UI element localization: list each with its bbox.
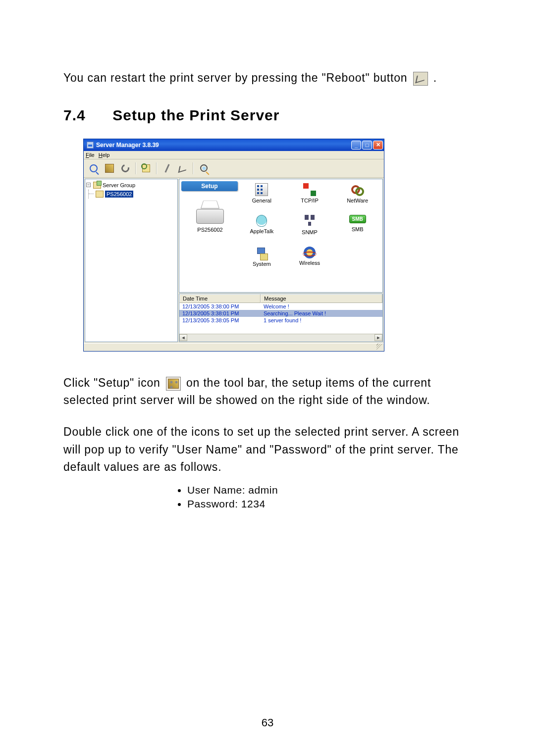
titlebar: Server Manager 3.8.39 _ □ ✕: [84, 139, 384, 151]
setup-icon: [105, 164, 114, 173]
tree-pane: − Server Group PS256002: [85, 179, 178, 342]
setup-item-appletalk[interactable]: AppleTalk: [239, 215, 285, 245]
log-row[interactable]: 12/13/2005 3:38:00 PM Welcome !: [179, 303, 382, 310]
tcpip-icon: [303, 183, 316, 196]
toolbar-separator: [193, 162, 194, 174]
label: TCP/IP: [301, 198, 318, 203]
printserver-icon: [96, 191, 104, 198]
setup-item-smb[interactable]: SMB SMB: [334, 215, 380, 245]
setup-item-general[interactable]: General: [239, 183, 285, 213]
server-group-icon: [93, 182, 101, 189]
page-number: 63: [0, 716, 535, 729]
setup-item-system[interactable]: System: [239, 247, 285, 276]
search-icon: [90, 164, 98, 172]
toolbar-search-button[interactable]: [87, 161, 101, 175]
smb-badge-icon: SMB: [349, 215, 366, 223]
magnifier-icon: [200, 164, 208, 172]
minimize-button[interactable]: _: [351, 141, 361, 150]
label: General: [252, 198, 271, 203]
printer-icon: [193, 198, 227, 224]
cell: Searching... Please Wait !: [261, 310, 382, 317]
device-label: PS256002: [181, 227, 239, 233]
cell: 12/13/2005 3:38:01 PM: [179, 310, 261, 317]
defaults-list: User Name: admin Password: 1234: [63, 484, 472, 510]
wand-icon: [164, 164, 169, 173]
section-title: Setup the Print Server: [112, 107, 279, 123]
log-pane: Date Time Message 12/13/2005 3:38:00 PM …: [179, 294, 383, 342]
setup-item-tcpip[interactable]: TCP/IP: [287, 183, 333, 213]
system-icon: [255, 247, 268, 259]
toolbar-reboot-button[interactable]: [176, 161, 190, 175]
scroll-right-button[interactable]: ►: [374, 334, 382, 341]
tree-item-row[interactable]: PS256002: [86, 190, 176, 199]
label: Wireless: [299, 260, 320, 266]
menubar: File Help: [84, 151, 384, 159]
log-row[interactable]: 12/13/2005 3:38:01 PM Searching... Pleas…: [179, 310, 382, 317]
setup-banner: Setup: [181, 181, 238, 191]
maximize-button[interactable]: □: [362, 141, 372, 150]
reboot-icon: [178, 164, 188, 173]
statusbar: [84, 343, 384, 351]
paragraph-doubleclick: Double click one of the icons to set up …: [63, 423, 472, 476]
toolbar-wizard-button[interactable]: [160, 161, 174, 175]
app-icon: [87, 142, 94, 149]
reboot-icon: [413, 72, 428, 86]
column-header-message[interactable]: Message: [261, 294, 382, 303]
server-manager-window: Server Manager 3.8.39 _ □ ✕ File Help: [83, 139, 384, 352]
window-title: Server Manager 3.8.39: [96, 142, 351, 149]
snmp-icon: [303, 215, 316, 228]
toolbar-setup-button[interactable]: [103, 161, 116, 175]
setup-item-snmp[interactable]: SNMP: [287, 215, 333, 245]
list-item: User Name: admin: [187, 484, 472, 496]
toolbar-separator: [135, 162, 136, 174]
label: AppleTalk: [250, 228, 273, 234]
scroll-left-button[interactable]: ◄: [179, 334, 187, 341]
setup-item-netware[interactable]: NetWare: [334, 183, 380, 213]
text: .: [433, 71, 437, 84]
resize-grip[interactable]: [376, 344, 382, 350]
general-icon: [255, 183, 268, 196]
log-row[interactable]: 12/13/2005 3:38:05 PM 1 server found !: [179, 317, 382, 324]
cell: Welcome !: [261, 303, 382, 310]
close-button[interactable]: ✕: [373, 141, 383, 150]
section-number: 7.4: [63, 107, 108, 124]
tree-root-row[interactable]: − Server Group: [86, 181, 176, 190]
section-heading: 7.4 Setup the Print Server: [63, 107, 472, 124]
icons-pane: Setup PS256002 General: [179, 179, 383, 293]
setup-item-wireless[interactable]: Wireless: [287, 247, 333, 276]
tree-root-label: Server Group: [103, 182, 135, 188]
wireless-icon: [304, 247, 316, 258]
tree-connector: [88, 190, 94, 199]
netware-icon: [351, 183, 364, 196]
toolbar-separator: [156, 162, 157, 174]
menu-help[interactable]: Help: [99, 152, 110, 158]
collapse-icon[interactable]: −: [86, 183, 91, 187]
label: System: [253, 261, 271, 267]
cell: 1 server found !: [261, 317, 382, 324]
column-header-datetime[interactable]: Date Time: [179, 294, 261, 303]
label: SMB: [352, 226, 364, 232]
paragraph-click-setup: Click "Setup" icon on the tool bar, the …: [63, 374, 472, 409]
cell: 12/13/2005 3:38:00 PM: [179, 303, 261, 310]
horizontal-scrollbar[interactable]: ◄ ►: [179, 334, 382, 342]
upgrade-icon: [142, 164, 150, 172]
text: You can restart the print server by pres…: [63, 71, 411, 84]
cell: 12/13/2005 3:38:05 PM: [179, 317, 261, 324]
menu-file[interactable]: File: [86, 152, 95, 158]
toolbar-zoom-button[interactable]: [197, 161, 211, 175]
toolbar-upgrade-button[interactable]: [139, 161, 153, 175]
text: Click "Setup" icon: [63, 376, 164, 389]
toolbar: [84, 159, 384, 178]
apple-icon: [256, 215, 267, 227]
setup-icon: [166, 377, 181, 391]
paragraph-restart: You can restart the print server by pres…: [63, 69, 472, 87]
label: NetWare: [347, 198, 368, 203]
label: SNMP: [302, 229, 318, 235]
toolbar-reset-button[interactable]: [118, 161, 132, 175]
reset-icon: [120, 163, 131, 174]
tree-item-label: PS256002: [105, 191, 133, 198]
list-item: Password: 1234: [187, 498, 472, 510]
